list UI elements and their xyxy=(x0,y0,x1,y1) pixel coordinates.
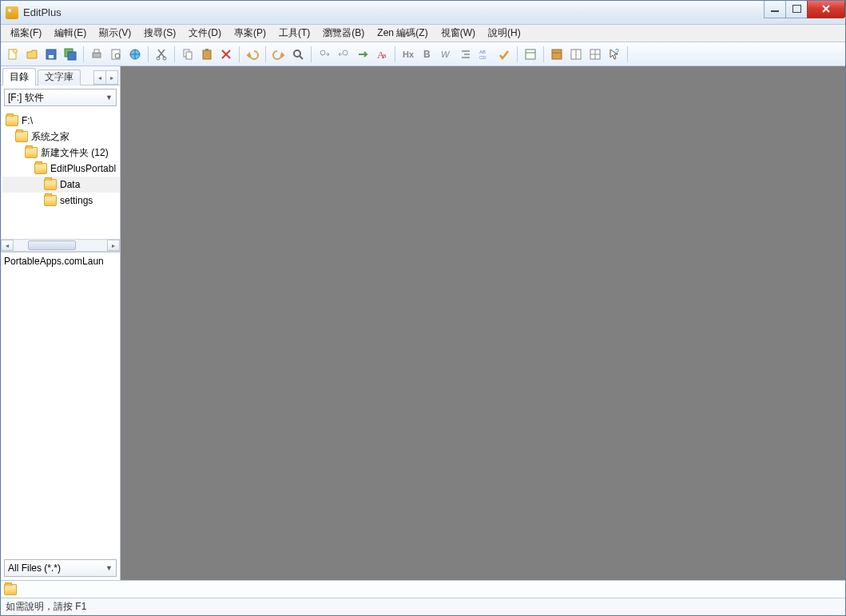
drive-select-label: [F:] 软件 xyxy=(8,91,44,105)
tree-item[interactable]: EditPlusPortabl xyxy=(2,161,120,177)
menu-browser[interactable]: 瀏覽器(B) xyxy=(316,25,371,42)
toolbar-pane1-button[interactable] xyxy=(522,46,539,63)
toolbar-cut-button[interactable] xyxy=(153,46,170,63)
tab-nav-next[interactable]: ▸ xyxy=(105,70,118,85)
svg-rect-16 xyxy=(205,49,209,51)
path-bar[interactable] xyxy=(1,580,845,598)
menu-view[interactable]: 顯示(V) xyxy=(93,25,137,42)
app-window: EditPlus 檔案(F) 編輯(E) 顯示(V) 搜尋(S) 文件(D) 專… xyxy=(0,0,846,616)
titlebar[interactable]: EditPlus xyxy=(1,1,845,25)
folder-icon xyxy=(34,163,47,174)
tab-cliptext[interactable]: 文字庫 xyxy=(38,70,81,85)
tab-nav-prev[interactable]: ◂ xyxy=(93,70,106,85)
toolbar-open-file-button[interactable] xyxy=(23,46,41,63)
toolbar: AaHxBWABCD? xyxy=(1,42,845,66)
scroll-left-button[interactable]: ◂ xyxy=(1,240,14,251)
svg-rect-5 xyxy=(68,52,76,60)
scroll-track[interactable] xyxy=(14,240,107,251)
toolbar-goto-button[interactable] xyxy=(354,46,371,63)
toolbar-browser-button[interactable] xyxy=(126,46,144,63)
drive-select[interactable]: [F:] 软件 ▼ xyxy=(4,89,117,106)
toolbar-find-prev-button[interactable] xyxy=(335,46,352,63)
toolbar-pane2-button[interactable] xyxy=(548,46,566,63)
svg-text:?: ? xyxy=(615,48,619,55)
toolbar-font-button[interactable]: Aa xyxy=(373,46,391,63)
tree-item[interactable]: 新建文件夹 (12) xyxy=(2,145,120,161)
menu-tools[interactable]: 工具(T) xyxy=(272,25,316,42)
tree-item[interactable]: F:\ xyxy=(2,113,120,129)
menu-document[interactable]: 文件(D) xyxy=(182,25,228,42)
toolbar-indent-button[interactable] xyxy=(457,46,475,63)
folder-icon xyxy=(44,195,57,206)
toolbar-undefined-button[interactable] xyxy=(632,46,649,63)
folder-tree[interactable]: F:\系统之家新建文件夹 (12)EditPlusPortablDatasett… xyxy=(1,109,120,210)
toolbar-word-button[interactable]: W xyxy=(438,46,455,63)
toolbar-replace-all-button[interactable]: ABCD xyxy=(476,46,494,63)
toolbar-bold-button[interactable]: B xyxy=(419,46,436,63)
tree-item[interactable]: 系统之家 xyxy=(2,129,120,145)
svg-rect-15 xyxy=(203,50,211,59)
menu-window[interactable]: 視窗(W) xyxy=(435,25,482,42)
toolbar-separator xyxy=(311,46,312,62)
file-list[interactable]: PortableApps.comLaun xyxy=(1,252,120,559)
toolbar-pane4-button[interactable] xyxy=(586,46,604,63)
toolbar-find-next-button[interactable] xyxy=(316,46,333,63)
svg-point-18 xyxy=(320,50,325,55)
tree-item-label: 新建文件夹 (12) xyxy=(41,146,109,160)
menu-zen[interactable]: Zen 編碼(Z) xyxy=(371,25,434,42)
toolbar-copy-button[interactable] xyxy=(179,46,197,63)
menubar: 檔案(F) 編輯(E) 顯示(V) 搜尋(S) 文件(D) 專案(P) 工具(T… xyxy=(1,25,845,42)
tree-item[interactable]: settings xyxy=(2,193,120,209)
menu-file[interactable]: 檔案(F) xyxy=(4,25,48,42)
toolbar-separator xyxy=(83,46,84,62)
svg-rect-6 xyxy=(93,53,101,58)
toolbar-separator xyxy=(395,46,395,62)
menu-search[interactable]: 搜尋(S) xyxy=(137,25,182,42)
chevron-down-icon: ▼ xyxy=(105,93,113,101)
toolbar-heading-button[interactable]: Hx xyxy=(399,46,417,63)
maximize-button[interactable] xyxy=(785,1,808,18)
toolbar-separator xyxy=(174,46,175,62)
toolbar-undo-button[interactable] xyxy=(244,46,261,63)
toolbar-separator xyxy=(543,46,544,62)
menu-help[interactable]: 說明(H) xyxy=(482,25,527,42)
toolbar-print-preview-button[interactable] xyxy=(107,46,125,63)
close-button[interactable] xyxy=(807,1,845,18)
minimize-button[interactable] xyxy=(764,1,786,18)
svg-rect-3 xyxy=(49,55,54,58)
file-filter-select[interactable]: All Files (*.*) ▼ xyxy=(4,559,117,577)
window-controls xyxy=(765,1,845,18)
toolbar-paste-button[interactable] xyxy=(198,46,216,63)
toolbar-pane3-button[interactable] xyxy=(567,46,585,63)
main-area: 目錄 文字庫 ◂ ▸ [F:] 软件 ▼ F:\系统之家新建文件夹 (12)Ed… xyxy=(1,66,845,580)
svg-text:AB: AB xyxy=(479,50,486,54)
scroll-thumb[interactable] xyxy=(28,240,76,250)
toolbar-new-file-button[interactable] xyxy=(4,46,22,63)
toolbar-separator xyxy=(148,46,149,62)
svg-rect-28 xyxy=(552,50,562,59)
svg-text:Hx: Hx xyxy=(403,50,415,59)
toolbar-save-all-button[interactable] xyxy=(62,46,79,63)
tree-item[interactable]: Data xyxy=(2,177,120,193)
toolbar-find-button[interactable] xyxy=(289,46,307,63)
tab-directory[interactable]: 目錄 xyxy=(2,68,36,85)
folder-icon xyxy=(6,115,18,126)
file-filter-label: All Files (*.*) xyxy=(8,562,61,574)
tree-item-label: settings xyxy=(60,195,93,206)
folder-icon xyxy=(15,131,28,142)
toolbar-help-pointer-button[interactable]: ? xyxy=(606,46,623,63)
toolbar-delete-button[interactable] xyxy=(217,46,235,63)
scroll-right-button[interactable]: ▸ xyxy=(107,240,120,251)
tree-hscrollbar[interactable]: ◂ ▸ xyxy=(1,239,120,252)
status-bar: 如需說明，請按 F1 xyxy=(1,598,845,615)
svg-rect-27 xyxy=(526,50,535,59)
toolbar-print-button[interactable] xyxy=(88,46,105,63)
list-item[interactable]: PortableApps.comLaun xyxy=(4,256,117,267)
toolbar-save-button[interactable] xyxy=(42,46,60,63)
tree-item-label: 系统之家 xyxy=(31,130,70,144)
svg-rect-7 xyxy=(94,50,99,53)
toolbar-redo-button[interactable] xyxy=(270,46,288,63)
menu-edit[interactable]: 編輯(E) xyxy=(48,25,93,42)
menu-project[interactable]: 專案(P) xyxy=(228,25,272,42)
toolbar-spellcheck-button[interactable] xyxy=(495,46,513,63)
